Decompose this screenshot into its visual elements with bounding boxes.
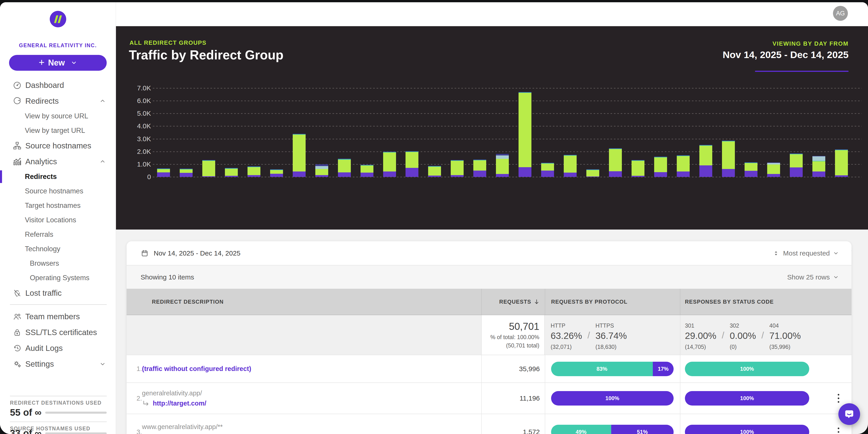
redirect-description-cell: 3.www.generalrelativity.app/**http://www… [127,414,481,434]
logo-slash [54,15,58,23]
column-header-requests[interactable]: REQUESTS [481,289,545,315]
sidebar-item-audit-logs[interactable]: Audit Logs [0,340,116,356]
chart-bar-nov-20 [293,88,306,177]
segment-green [541,164,554,171]
sidebar-item-ssl-tls-certificates[interactable]: SSL/TLS certificates [0,325,116,340]
segment-green [812,161,825,171]
segment-green [405,152,418,168]
stat-count: (35,996) [770,344,801,350]
sidebar-item-source-hostnames[interactable]: Source hostnames [0,184,116,198]
sidebar-item-lost-traffic[interactable]: Lost traffic [0,285,116,301]
sidebar-item-view-by-source-url[interactable]: View by source URL [0,109,116,123]
row-menu-button[interactable] [836,426,841,434]
segment-green [383,153,396,171]
summary-protocol-cell: HTTP63.26%(32,071)/HTTPS36.74%(18,630) [545,315,680,355]
sidebar-item-team-members[interactable]: Team members [0,309,116,325]
chart-bar-dec-12 [790,88,803,177]
stat-label: HTTPS [595,323,627,329]
sidebar-item-label: Analytics [25,157,57,166]
sort-dropdown[interactable]: Most requested [773,249,839,257]
status-cell: 100% [680,383,851,414]
sort-icon [773,250,779,257]
status-stat-404: 40471.00%(35,996) [770,323,801,350]
segment-navy [315,164,328,166]
sidebar-item-analytics[interactable]: Analytics [0,154,116,169]
sidebar-item-redirects[interactable]: Redirects [0,93,116,109]
sidebar-item-redirects[interactable]: Redirects [0,169,116,184]
usage-meter [45,412,107,414]
summary-requests-total: 50,701 [509,321,539,332]
segment-purple [361,173,373,177]
summary-pct-of-total: % of total: 100.00% [490,334,539,340]
segment-green [835,150,848,175]
stat-percent: 29.00% [685,331,716,340]
target-url-link[interactable]: http://target.com/ [153,400,206,407]
segment-purple [473,171,486,177]
segment-purple [700,165,712,177]
sidebar-item-referrals[interactable]: Referrals [0,227,116,242]
row-menu-button[interactable] [836,393,841,404]
stat-percent: 71.00% [770,331,801,340]
chart-bar-nov-18 [248,88,260,177]
sidebar-item-settings[interactable]: Settings [0,356,116,372]
bar-segment-label: 17% [658,366,669,372]
sidebar-item-target-hostnames[interactable]: Target hostnames [0,198,116,213]
segment-green [248,167,260,175]
sidebar: GENERAL RELATIVITY INC. + New DashboardR… [0,2,116,434]
target-url-line: http://www.google.com/products/{{match}}… [142,433,477,434]
page-title: Traffic by Redirect Group [129,47,283,62]
sitemap-icon [13,141,22,150]
status-bar: 100% [685,425,809,434]
chart-bar-nov-16 [202,88,215,177]
segment-purple [677,171,690,177]
chart-bar-nov-22 [338,88,351,177]
topbar: AG [116,2,868,26]
sidebar-item-label: Lost traffic [25,289,62,298]
new-button[interactable]: + New [9,55,107,71]
requests-cell: 11,196 [481,383,545,414]
chart-bar-dec-10 [745,88,757,177]
segment-purple [790,167,803,177]
segment-purple [519,167,531,177]
rows-per-page-dropdown[interactable]: Show 25 rows [787,273,839,281]
protocol-bar: 100% [551,391,674,405]
sidebar-item-browsers[interactable]: Browsers [0,256,116,271]
table-card: Nov 14, 2025 - Dec 14, 2025 Most request… [127,241,851,434]
protocol-bar-segment-teal: 49% [551,425,611,434]
column-header-description[interactable]: REDIRECT DESCRIPTION [127,289,481,315]
avatar[interactable]: AG [833,6,848,21]
table-row: 2.generalrelativity.app/http://target.co… [127,382,851,414]
sidebar-item-visitor-locations[interactable]: Visitor Locations [0,213,116,227]
segment-green [631,161,645,176]
table-body: 1.(traffic without configured redirect)3… [127,355,851,434]
redirect-description: (traffic without configured redirect) [142,365,481,372]
table-date-range[interactable]: Nov 14, 2025 - Dec 14, 2025 [154,249,241,257]
sidebar-item-operating-systems[interactable]: Operating Systems [0,271,116,285]
y-tick-label: 4.0K [125,123,151,129]
protocol-bar-segment-purple: 51% [611,425,674,434]
column-header-status[interactable]: RESPONSES BY STATUS CODE [680,289,851,315]
sidebar-item-view-by-target-url[interactable]: View by target URL [0,123,116,138]
chat-launcher-button[interactable] [838,403,860,425]
y-tick-label: 5.0K [125,110,151,117]
chart-bar-nov-17 [225,88,238,177]
usage-value-redirect-destinations: 55 of ∞ [10,407,41,418]
redirect-description-link[interactable]: (traffic without configured redirect) [142,365,251,372]
stat-count: (14,705) [685,344,716,350]
sidebar-item-dashboard[interactable]: Dashboard [0,77,116,93]
segment-lightblue [496,156,509,159]
lock-icon [13,328,22,337]
sidebar-item-technology[interactable]: Technology [0,242,116,256]
protocol-cell: 83%17% [545,355,680,382]
y-tick-label: 3.0K [125,136,151,142]
panel-date-range[interactable]: Nov 14, 2025 - Dec 14, 2025 [723,49,848,60]
sidebar-item-label: Operating Systems [30,274,90,282]
chart-bar-dec-6 [654,88,667,177]
segment-green [745,163,757,171]
column-header-protocol[interactable]: REQUESTS BY PROTOCOL [545,289,680,315]
sidebar-item-label: Source hostnames [25,141,91,150]
redirect-description: generalrelativity.app/http://target.com/ [142,390,481,407]
status-bar: 100% [685,391,809,405]
sidebar-item-source-hostnames[interactable]: Source hostnames [0,138,116,154]
segment-purple [451,175,464,177]
